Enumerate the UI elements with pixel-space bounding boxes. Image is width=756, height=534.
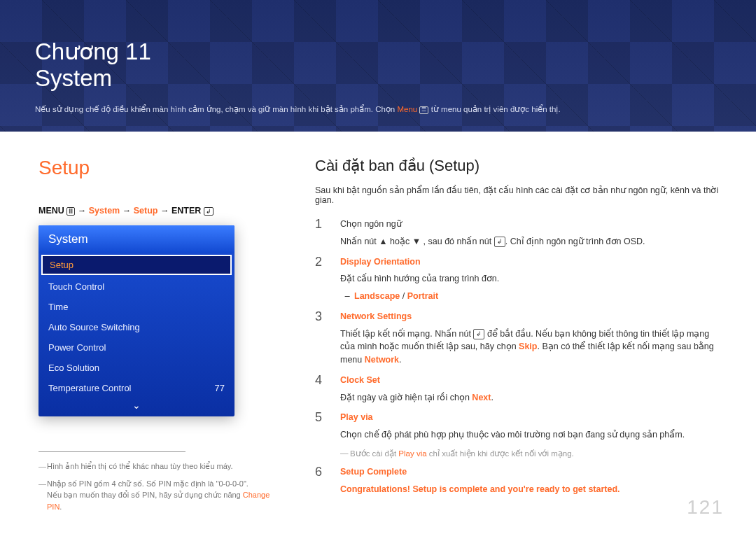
chapter-label: Chương 11: [35, 38, 151, 64]
osd-item-auto-source[interactable]: Auto Source Switching: [38, 317, 234, 337]
step-6: 6 Setup Complete Congratulations! Setup …: [315, 465, 721, 496]
osd-more-chevron[interactable]: ⌄: [38, 398, 234, 416]
step-4: 4 Clock Set Đặt ngày và giờ hiện tại rồi…: [315, 374, 721, 405]
menu-icon: ☰: [419, 106, 428, 114]
osd-header: System: [38, 225, 234, 253]
menu-highlight: Menu: [397, 105, 417, 113]
step-3: 3 Network Settings Thiết lập kết nối mạn…: [315, 310, 721, 367]
step-5: 5 Play via Chọn chế độ phát phù hợp phụ …: [315, 411, 721, 442]
right-intro: Sau khi bật nguồn sản phẩm lần đầu tiên,…: [315, 185, 721, 205]
footnote-1: Hình ảnh hiển thị có thể khác nhau tùy t…: [38, 461, 276, 472]
osd-item-touch-control[interactable]: Touch Control: [38, 276, 234, 297]
menu-icon: Ⅲ: [66, 207, 75, 216]
osd-menu: System Setup Touch Control Time Auto Sou…: [38, 225, 234, 416]
osd-item-value: 77: [215, 383, 225, 393]
osd-item-temperature[interactable]: Temperature Control 77: [38, 378, 234, 398]
step-1: 1 Chọn ngôn ngữ Nhấn nút ▲ hoặc ▼ , sau …: [315, 218, 721, 248]
enter-icon: ↲: [204, 207, 214, 216]
step-5-note: Bước cài đặt Play via chỉ xuất hiện khi …: [340, 449, 721, 458]
breadcrumb: MENU Ⅲ → System → Setup → ENTER ↲: [38, 206, 276, 216]
osd-item-eco-solution[interactable]: Eco Solution: [38, 358, 234, 378]
chapter-title: System: [35, 65, 112, 91]
hero-title: Chương 11 System: [35, 38, 721, 92]
enter-icon: ↲: [494, 237, 505, 248]
footnote-2: Nhập số PIN gồm 4 chữ số. Số PIN mặc địn…: [38, 478, 276, 513]
setup-steps: 1 Chọn ngôn ngữ Nhấn nút ▲ hoặc ▼ , sau …: [315, 218, 721, 496]
right-heading: Cài đặt ban đầu (Setup): [315, 157, 721, 175]
footnote-divider: [38, 451, 186, 452]
hero-banner: Chương 11 System Nếu sử dụng chế độ điều…: [0, 0, 756, 132]
enter-icon: ↲: [473, 329, 484, 340]
page-number: 121: [687, 496, 724, 519]
section-heading-setup: Setup: [38, 157, 276, 179]
osd-item-power-control[interactable]: Power Control: [38, 337, 234, 358]
osd-item-setup[interactable]: Setup: [41, 255, 232, 275]
osd-item-time[interactable]: Time: [38, 297, 234, 317]
step-2: 2 Display Orientation Đặt cấu hình hướng…: [315, 255, 721, 303]
hero-note: Nếu sử dụng chế độ điều khiển màn hình c…: [35, 104, 721, 114]
